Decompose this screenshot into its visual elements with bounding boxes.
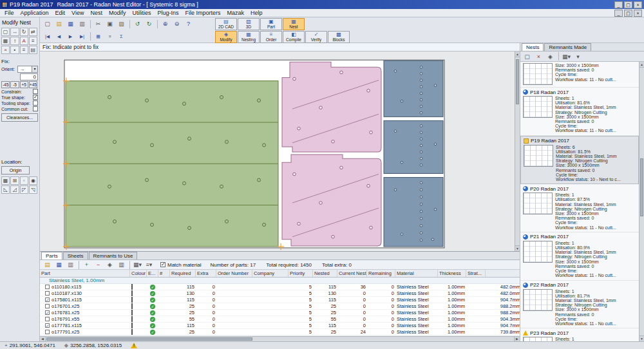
workspace-part-button[interactable]: ▣Part [260,18,282,30]
mode-modify-button[interactable]: ◈Modify [215,31,237,43]
close-button[interactable]: × [634,1,642,8]
mode-order-button[interactable]: ≡Order [260,31,282,43]
part-checkbox[interactable] [45,317,50,321]
next-page-icon[interactable]: ▶ [65,32,76,42]
part-checkbox[interactable] [45,285,50,289]
tooling-shape-checkbox[interactable] [33,100,38,106]
add-part-icon[interactable]: + [81,261,92,269]
scroll-up-icon[interactable]: ▲ [515,52,520,57]
scroll-thumb[interactable] [516,59,519,104]
column-header-nested[interactable]: Nested [313,270,337,277]
part-checkbox[interactable]: ✓ [45,297,50,302]
copy-icon[interactable]: ▣ [104,19,115,29]
center-snap-icon[interactable]: ◉ [29,176,37,185]
rotate-plus5-button[interactable]: +5 [20,81,28,88]
nest-item[interactable]: P20 Radan 2017Sheets: 1Utilisation: 87.5… [520,184,639,232]
table-row[interactable]: o110180.x115✓11505115360Stainless Steel1… [40,284,520,290]
part-checkbox[interactable] [45,330,50,334]
column-header-remaining[interactable]: Remaining [367,270,395,277]
menu-help[interactable]: Help [247,10,266,16]
table-row[interactable]: ✓o175801.x115✓1150511500Stainless Steel1… [40,297,520,303]
rotate-45-button[interactable]: -45 [1,81,10,88]
column-header-part[interactable]: Part [40,270,130,277]
column-header-strat[interactable]: Strat... [466,270,486,277]
tab-remnants-made[interactable]: Remnants Made [544,43,591,51]
scroll-thumb[interactable] [640,158,643,216]
maximize-button[interactable]: ▢ [624,1,632,8]
nest-thumbnail[interactable] [523,337,553,341]
column-header-colour[interactable]: Colour [130,270,147,277]
thumbnail-view-icon[interactable]: ▦▾ [561,52,572,62]
common-cut-checkbox[interactable] [33,106,38,111]
mode-verify-button[interactable]: ✓Verify [305,31,327,43]
grid-view-icon[interactable]: ▦ [93,32,104,42]
column-header-company[interactable]: Company [252,270,289,277]
part-checkbox[interactable] [45,304,50,308]
table-row[interactable]: o177791.x25✓250525240Stainless Steel1.00… [40,329,520,335]
tab-parts[interactable]: Parts [41,252,62,259]
delete-icon[interactable]: × [1,46,10,54]
workspace-3d-button[interactable]: ▧3D [238,18,260,30]
corner-bottom-left-icon[interactable]: ◺ [1,185,10,194]
midpoint-snap-icon[interactable]: ◦ [20,176,28,185]
table-row[interactable]: o176791.x55✓55055500Stainless Steel1.00m… [40,316,520,323]
text-icon[interactable]: A [20,37,28,45]
column-header-required[interactable]: Required [170,270,196,277]
scroll-down-icon[interactable]: ▼ [639,335,644,341]
nest-canvas[interactable]: ▲ ▼ [40,52,520,251]
nest-item[interactable]: P21 Radan 2017Sheets: 1Utilisation: 80.9… [520,232,639,281]
column-header-order-number[interactable]: Order Number [216,270,252,277]
open-icon[interactable]: ▤ [42,261,53,269]
columns-icon[interactable]: ▥ [116,261,127,269]
true-shape-checkbox[interactable] [33,95,38,100]
open-folder-icon[interactable]: ▤ [53,19,64,29]
measure-icon[interactable]: ≡ [29,37,37,45]
mirror-icon[interactable]: ⇄ [29,28,37,36]
mode-blocks-button[interactable]: ▩Blocks [328,31,350,43]
clearances-button[interactable]: Clearances... [1,113,38,122]
part-checkbox[interactable]: ✓ [45,310,50,315]
rotate-plus45-button[interactable]: +45 [29,81,37,88]
prev-page-icon[interactable]: ◀ [53,32,64,42]
column-header-material[interactable]: Material [395,270,438,277]
menu-file-importers[interactable]: File Importers [182,10,224,16]
constrain-checkbox[interactable] [33,89,38,94]
nest-item[interactable]: P22 Radan 2017Sheets: 1Utilisation: 81.7… [520,281,639,329]
nest-properties-icon[interactable]: ◈ [545,52,556,62]
nest-item[interactable]: P18 Radan 2017Sheets: 1Utilisation: 81.6… [520,88,639,136]
part-checkbox[interactable]: ✓ [45,323,50,328]
redo-icon[interactable]: ↻ [144,19,155,29]
nest-item[interactable]: Size: 3000 x 1500mmRemnants saved: 0Cycl… [520,62,639,88]
match-material-checkbox[interactable] [160,262,166,267]
grid-snap-icon[interactable]: ⊞ [10,176,19,185]
zoom-in-icon[interactable]: ⊕ [160,19,171,29]
scroll-down-icon[interactable]: ▼ [515,245,520,251]
mdi-minimize-button[interactable]: _ [614,10,623,17]
column-header-e[interactable]: E... [147,270,158,277]
view-dropdown-icon[interactable]: ≡▾ [144,261,155,269]
tab-remnants-to-use[interactable]: Remnants to Use [89,252,138,259]
tab-nests[interactable]: Nests [522,43,544,51]
table-row[interactable]: o176701.x25✓25052500Stainless Steel1.00m… [40,303,520,310]
table-row[interactable]: ✓o177781.x115✓1150511500Stainless Steel1… [40,323,520,329]
delete-nest-icon[interactable]: × [533,52,544,62]
rotate-icon[interactable]: ↻ [20,28,28,36]
zoom-out-icon[interactable]: ⊖ [171,19,182,29]
nest-item[interactable]: P19 Radan 2017Sheets: 6Utilisation: 81.5… [520,136,639,185]
menu-mazak[interactable]: Mazak [224,10,248,16]
new-file-icon[interactable]: ▢ [42,19,53,29]
sort-dropdown-icon[interactable]: ▾ [573,52,583,62]
nest-thumbnail[interactable] [524,145,553,167]
save-icon[interactable]: ▦ [65,19,76,29]
last-page-icon[interactable]: ▶| [77,32,88,42]
nest-thumbnail[interactable] [523,63,553,85]
nest-thumbnail[interactable] [523,289,553,311]
array-icon[interactable]: ▦ [1,37,10,45]
column-header-thickness[interactable]: Thickness [438,270,466,277]
minimize-button[interactable]: _ [614,1,623,8]
menu-file[interactable]: File [1,10,17,16]
column-header-[interactable]: # [158,270,170,277]
menu-modify[interactable]: Modify [106,10,129,16]
origin-snap-icon[interactable]: ▦ [1,176,10,185]
save-icon[interactable]: ▦ [53,261,64,269]
